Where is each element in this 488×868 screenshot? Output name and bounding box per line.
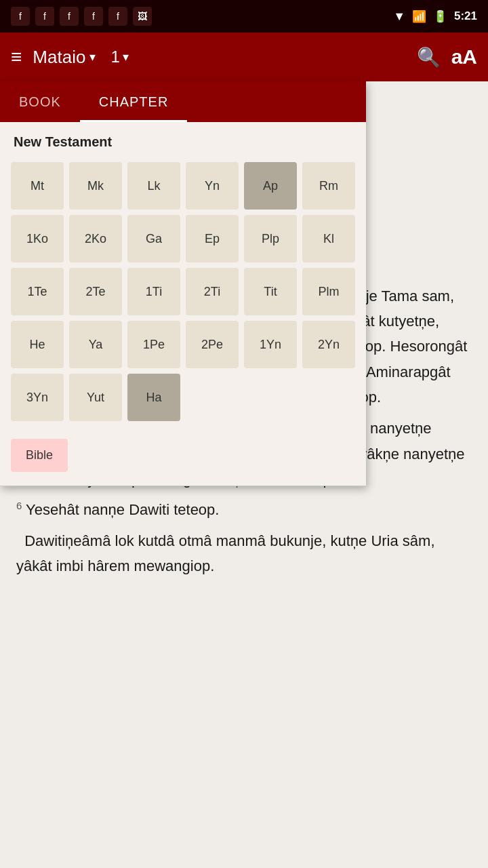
chapter-selector[interactable]: 1 ▾	[110, 47, 128, 66]
bible-button-row: Bible	[0, 432, 366, 486]
dropdown-panel: BOOK CHAPTER New Testament Mt Mk Lk Yn A…	[0, 81, 366, 486]
book-2yn[interactable]: 2Yn	[302, 321, 355, 368]
tab-chapter[interactable]: CHAPTER	[80, 81, 188, 122]
book-rm[interactable]: Rm	[302, 162, 355, 210]
book-plm[interactable]: Plm	[302, 268, 355, 315]
status-bar-right: ▼ 📶 🔋 5:21	[393, 9, 477, 24]
battery-icon: 🔋	[433, 9, 447, 24]
book-lk[interactable]: Lk	[127, 162, 180, 210]
book-he[interactable]: He	[11, 321, 64, 368]
book-2ti[interactable]: 2Ti	[186, 268, 239, 315]
book-3yn[interactable]: 3Yn	[11, 374, 64, 421]
book-empty-1	[186, 374, 239, 421]
status-bar-icons: f f f f f 🖼	[11, 7, 152, 26]
book-2te[interactable]: 2Te	[69, 268, 122, 315]
book-name: Mataio	[33, 47, 85, 68]
image-icon: 🖼	[133, 7, 152, 26]
time-display: 5:21	[454, 9, 477, 23]
book-plp[interactable]: Plp	[244, 215, 297, 262]
book-ha[interactable]: Ha	[127, 374, 180, 421]
book-mt[interactable]: Mt	[11, 162, 64, 210]
chapter-number: 1	[110, 47, 119, 66]
book-1te[interactable]: 1Te	[11, 268, 64, 315]
testament-header: New Testament	[0, 122, 366, 157]
search-icon[interactable]: 🔍	[417, 46, 441, 68]
chapter-dropdown-arrow: ▾	[123, 50, 129, 64]
font-size-icon[interactable]: aA	[451, 45, 477, 68]
fb-icon-1: f	[11, 7, 30, 26]
signal-icon: 📶	[412, 9, 426, 24]
book-grid: Mt Mk Lk Yn Ap Rm 1Ko 2Ko Ga Ep Plp Kl 1…	[0, 157, 366, 432]
book-ap[interactable]: Ap	[244, 162, 297, 210]
fb-icon-5: f	[108, 7, 127, 26]
book-yn[interactable]: Yn	[186, 162, 239, 210]
book-1yn[interactable]: 1Yn	[244, 321, 297, 368]
book-ya[interactable]: Ya	[69, 321, 122, 368]
book-1ti[interactable]: 1Ti	[127, 268, 180, 315]
book-dropdown-arrow: ▾	[89, 50, 96, 64]
fb-icon-3: f	[60, 7, 79, 26]
book-selector[interactable]: Mataio ▾	[33, 47, 96, 68]
fb-icon-4: f	[84, 7, 103, 26]
bible-button[interactable]: Bible	[11, 439, 68, 472]
tabs-bar: BOOK CHAPTER	[0, 81, 366, 122]
book-ep[interactable]: Ep	[186, 215, 239, 262]
book-1pe[interactable]: 1Pe	[127, 321, 180, 368]
book-1ko[interactable]: 1Ko	[11, 215, 64, 262]
book-2pe[interactable]: 2Pe	[186, 321, 239, 368]
menu-icon[interactable]: ≡	[11, 46, 22, 68]
book-empty-2	[244, 374, 297, 421]
book-kl[interactable]: Kl	[302, 215, 355, 262]
book-mk[interactable]: Mk	[69, 162, 122, 210]
verse-block-4: 6 Yesehât nanņe Dawiti teteop.	[16, 497, 472, 523]
book-yut[interactable]: Yut	[69, 374, 122, 421]
book-empty-3	[302, 374, 355, 421]
book-tit[interactable]: Tit	[244, 268, 297, 315]
fb-icon-2: f	[35, 7, 54, 26]
verse-block-5: Dawitiņeâmâ lok kutdâ otmâ manmâ bukunje…	[16, 528, 472, 579]
book-ga[interactable]: Ga	[127, 215, 180, 262]
book-2ko[interactable]: 2Ko	[69, 215, 122, 262]
wifi-icon: ▼	[393, 9, 405, 24]
tab-book[interactable]: BOOK	[0, 81, 80, 122]
